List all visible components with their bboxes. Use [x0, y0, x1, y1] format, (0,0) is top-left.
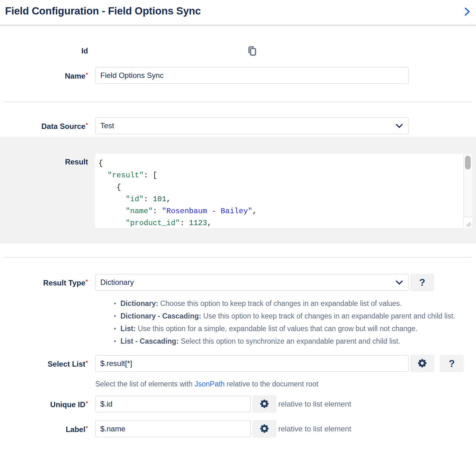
label-settings-button[interactable]	[252, 420, 276, 438]
chevron-down-icon	[396, 278, 403, 287]
result-type-help-row: Dictionary: Choose this option to keep t…	[0, 291, 476, 350]
name-input[interactable]	[95, 67, 409, 84]
label-row: Label* re	[0, 420, 476, 438]
select-list-help-button[interactable]: ?	[440, 355, 464, 372]
select-list-row: Select List*	[0, 355, 476, 372]
copy-icon[interactable]	[247, 45, 257, 57]
result-type-label: Result Type*	[0, 277, 88, 287]
chevron-down-icon	[396, 121, 403, 130]
section-divider	[4, 257, 472, 258]
result-type-row: Result Type* Dictionary ?	[0, 274, 476, 291]
required-asterisk: *	[86, 400, 88, 407]
result-panel: Result { "result": [ { "id": 101, "name"…	[0, 137, 476, 244]
unique-id-hint: relative to list element	[278, 400, 351, 408]
page-header: Field Configuration - Field Options Sync	[0, 0, 476, 25]
result-type-selected-value: Dictionary	[100, 278, 134, 287]
select-list-input[interactable]	[95, 355, 409, 372]
data-source-row: Data Source* Test	[0, 117, 476, 134]
required-asterisk: *	[86, 278, 88, 285]
required-asterisk: *	[86, 425, 88, 431]
select-list-settings-button[interactable]	[410, 355, 434, 372]
name-row: Name*	[0, 67, 476, 84]
id-label: Id	[0, 47, 88, 55]
unique-id-settings-button[interactable]	[252, 395, 276, 413]
required-asterisk: *	[86, 122, 88, 128]
select-list-hint-row: Select the list of elements with JsonPat…	[0, 372, 476, 388]
select-list-label: Select List*	[0, 358, 88, 369]
question-mark-icon: ?	[449, 359, 455, 369]
result-json-code: { "result": [ { "id": 101, "name": "Rose…	[95, 154, 472, 228]
unique-id-label: Unique ID*	[0, 399, 88, 409]
section-divider	[4, 102, 472, 102]
label-hint: relative to list element	[278, 424, 351, 433]
list-item: List: Use this option for a simple, expa…	[112, 324, 455, 333]
select-list-hint: Select the list of elements with JsonPat…	[95, 380, 318, 388]
vertical-scrollbar[interactable]	[463, 154, 472, 217]
required-asterisk: *	[86, 71, 88, 78]
label-label: Label*	[0, 424, 88, 434]
required-asterisk: *	[86, 359, 88, 366]
data-source-label: Data Source*	[0, 121, 88, 131]
result-label: Result	[0, 154, 88, 166]
label-input[interactable]	[95, 420, 251, 437]
unique-id-row: Unique ID*	[0, 395, 476, 413]
list-item: List - Cascading: Select this option to …	[112, 337, 455, 346]
data-source-selected-value: Test	[100, 121, 114, 130]
jsonpath-link[interactable]: JsonPath	[195, 380, 225, 388]
id-row: Id	[0, 45, 476, 57]
gear-icon	[417, 358, 428, 369]
result-type-help-list: Dictionary: Choose this option to keep t…	[95, 299, 455, 350]
list-item: Dictionary: Choose this option to keep t…	[112, 299, 455, 308]
data-source-select[interactable]: Test	[95, 117, 409, 134]
chevron-right-icon[interactable]	[463, 7, 471, 16]
header-divider	[0, 25, 476, 26]
gear-icon	[259, 423, 270, 435]
scrollbar-thumb[interactable]	[465, 156, 471, 169]
page-title: Field Configuration - Field Options Sync	[5, 5, 201, 17]
unique-id-input[interactable]	[95, 396, 251, 413]
result-type-help-button[interactable]: ?	[410, 274, 434, 291]
list-item: Dictionary - Cascading: Use this option …	[112, 312, 455, 320]
gear-icon	[259, 398, 270, 410]
result-json-viewer[interactable]: { "result": [ { "id": 101, "name": "Rose…	[95, 154, 472, 228]
field-configuration-page: Field Configuration - Field Options Sync…	[0, 0, 476, 438]
result-type-select[interactable]: Dictionary	[95, 274, 409, 291]
name-label: Name*	[0, 70, 88, 80]
resize-grip[interactable]	[463, 217, 472, 228]
question-mark-icon: ?	[419, 278, 425, 287]
